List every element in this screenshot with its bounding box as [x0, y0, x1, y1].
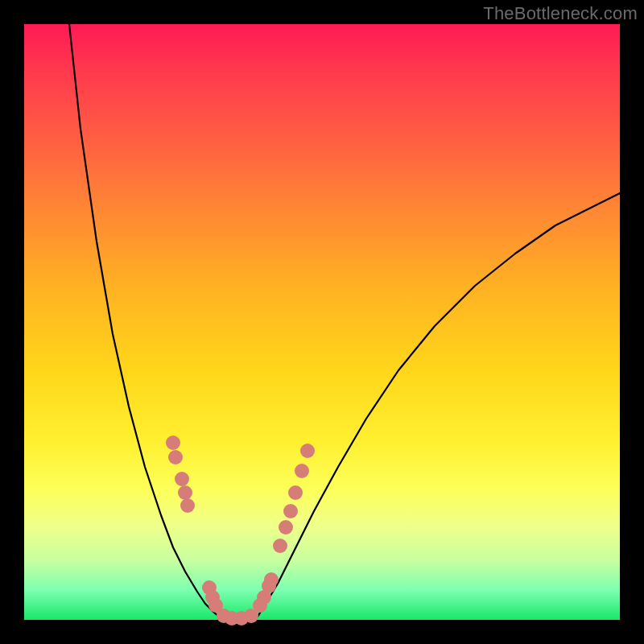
data-marker: [178, 485, 192, 500]
data-points: [166, 436, 315, 625]
data-marker: [175, 472, 189, 486]
bottleneck-curve: [69, 24, 620, 620]
curve-path: [69, 24, 620, 620]
chart-frame: TheBottleneck.com: [0, 0, 644, 644]
data-marker: [168, 450, 183, 464]
data-marker: [264, 572, 279, 587]
data-marker: [279, 520, 293, 535]
data-marker: [180, 498, 195, 513]
plot-area: [24, 24, 620, 620]
watermark-text: TheBottleneck.com: [483, 3, 638, 24]
data-marker: [295, 464, 309, 478]
data-marker: [300, 444, 315, 458]
data-marker: [288, 485, 303, 500]
chart-svg: [24, 24, 620, 620]
data-marker: [273, 539, 287, 553]
data-marker: [166, 436, 180, 450]
data-marker: [283, 504, 298, 518]
